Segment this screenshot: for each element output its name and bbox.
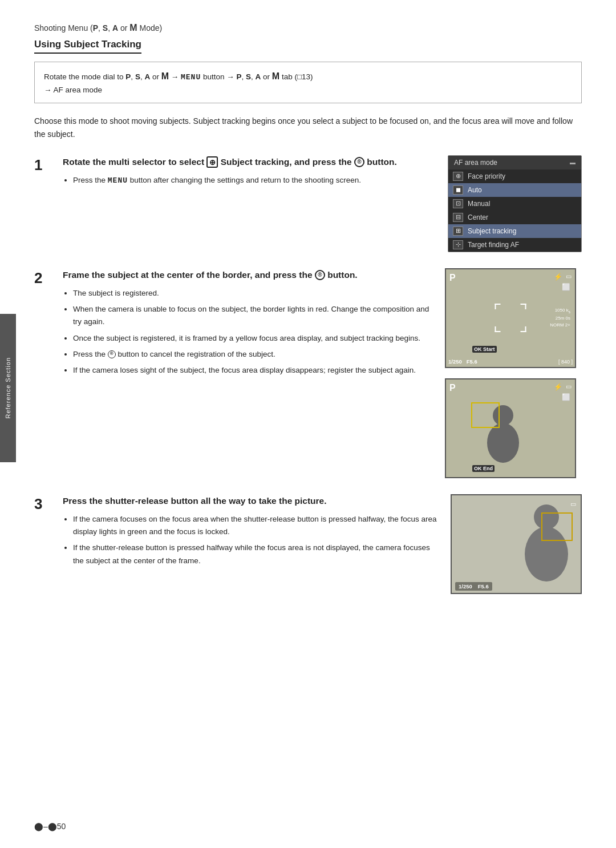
face-priority-icon: ⊕ [453,172,463,181]
cam-shutter-aperture-1: 1/250 F5.6 [448,358,477,365]
ok-start-text: OK Start [472,346,497,353]
ok-end-text: OK End [472,465,495,472]
svg-point-1 [487,423,519,463]
corner-tl [495,304,501,309]
yellow-focus-box [471,402,500,428]
step-2-bullet-2: When the camera is unable to focus on th… [73,303,433,329]
step-2-bullet-5: If the camera loses sight of the subject… [73,364,433,377]
step-3-number: 3 [34,495,51,513]
cam-right-info-1: 1050 ks 25m 0s NORM 2+ [550,307,570,329]
mode-a: A [112,23,118,33]
face-priority-label: Face priority [468,172,505,180]
tab-m: M [272,71,279,81]
camera-screen-2: P ⚡ ▭ ⬜ [445,378,576,478]
step-2-number: 2 [34,269,51,287]
page-header: Shooting Menu (P, S, A or M Mode) [34,23,582,33]
cam-icons-right-2: ⚡ ▭ [554,383,572,391]
subject-tracking-menu-icon: ⊞ [453,227,463,236]
step-3-bullet-2: If the shutter-release button is pressed… [73,542,439,567]
info-a: A [144,72,150,81]
target-af-icon: ⊹ [453,240,463,249]
step-2-heading: Frame the subject at the center of the b… [63,268,433,281]
step-1-bold: Subject tracking [221,157,290,167]
tab-s: S [246,72,251,81]
tab-p: P [237,72,242,81]
cam-shots-remaining: 1050 ks [550,307,570,315]
page-container: Reference Section Shooting Menu (P, S, A… [0,0,616,848]
step-2-bullets: The subject is registered. When the came… [63,287,433,377]
step-2-bullet-4: Press the ® button to cancel the registr… [73,348,433,361]
af-menu-title-text: AF area mode [454,159,497,167]
step-1-heading: Rotate the multi selector to select ⊕ Su… [63,155,436,168]
step-3-content: Press the shutter-release button all the… [63,494,439,571]
camera-screen-3: ▭ 1/250 F5.6 [451,494,582,594]
info-m: M [161,71,169,81]
cam-shutter-3: 1/250 [459,583,472,589]
info-box: Rotate the mode dial to P, S, A or M → M… [34,62,582,103]
cam-aperture-3: F5.6 [478,583,489,589]
info-s: S [135,72,140,81]
cam-bottom-info-3: 1/250 F5.6 [455,582,492,591]
step-1-image: AF area mode ▬ ⊕ Face priority ◼ Auto ⊡ … [448,155,582,252]
step-3-image: ▭ 1/250 F5.6 [451,494,582,594]
af-menu-item-face: ⊕ Face priority [448,169,581,183]
menu-label-inline: MENU [108,176,128,185]
af-menu-item-subject: ⊞ Subject tracking [448,224,581,238]
cam-shutter-1: 1/250 [448,358,462,365]
step-1-content: Rotate the multi selector to select ⊕ Su… [63,155,436,191]
info-box-line2: → AF area mode [44,84,572,96]
info-p: P [125,72,131,81]
cam-norm: NORM 2+ [550,322,570,329]
step-2-row: 2 Frame the subject at the center of the… [34,268,582,478]
cam-ok-end: OK End [472,466,495,471]
cam-mode-2: P [449,383,456,393]
step-3-bullets: If the camera focuses on the focus area … [63,513,439,567]
mode-m: M [129,23,137,33]
footer-icon: ⬤–⬤ [34,822,57,831]
corner-br [521,326,526,332]
step-2-images: P ⚡ ▭ ⬜ [445,268,582,478]
manual-label: Manual [468,200,490,208]
reference-sidebar-label: Reference Section [5,357,11,419]
ok-button-1: ® [354,157,364,167]
cam-ok-start: OK Start [472,346,497,352]
step-1-bullet-1: Press the MENU button after changing the… [73,174,436,187]
cam-time: 25m 0s [550,315,570,322]
cam-mode-1: P [449,273,456,283]
auto-label: Auto [468,186,482,194]
ok-inline-2: ® [108,350,116,358]
auto-icon: ◼ [453,185,463,195]
step-1-row: 1 Rotate the multi selector to select ⊕ … [34,155,582,252]
cam-top-bar-2: P ⚡ ▭ [449,383,572,393]
step-1-bullets: Press the MENU button after changing the… [63,174,436,187]
step-3-bullet-1: If the camera focuses on the focus area … [73,513,439,539]
footer-page: 50 [57,822,66,831]
battery-icon-2: ▭ [566,383,572,390]
step-3-row: 3 Press the shutter-release button all t… [34,494,582,594]
cam-icons-right-1: ⚡ ▭ [554,273,572,281]
menu-label: MENU [181,73,201,82]
page-footer: ⬤–⬤50 [34,822,66,831]
subject-tracking-label: Subject tracking [468,227,516,235]
af-menu-item-target: ⊹ Target finding AF [448,238,581,252]
mode-icon-2b: ⬜ [562,393,570,401]
corner-tr [521,304,526,309]
green-focus-box [541,512,573,541]
cam-icon-row2: ⬜ [562,282,570,291]
focus-bracket-corners [495,304,526,332]
manual-icon: ⊡ [453,199,463,208]
subject-tracking-icon: ⊕ [206,156,218,168]
cam-remaining-1: [ 840 ] [558,359,573,365]
mode-p: P [93,23,98,33]
step-2-bullet-3: Once the subject is registered, it is fr… [73,332,433,345]
target-af-label: Target finding AF [468,241,519,249]
af-area-menu: AF area mode ▬ ⊕ Face priority ◼ Auto ⊡ … [448,155,582,252]
lightning-icon-2: ⚡ [554,383,562,391]
ok-button-2: ® [315,270,325,280]
intro-paragraph: Choose this mode to shoot moving subject… [34,115,582,141]
step-1-number: 1 [34,156,51,174]
corner-bl [495,326,501,332]
focus-bracket-1 [495,304,526,332]
step-3-heading: Press the shutter-release button all the… [63,494,439,507]
step-2-content: Frame the subject at the center of the b… [63,268,433,381]
